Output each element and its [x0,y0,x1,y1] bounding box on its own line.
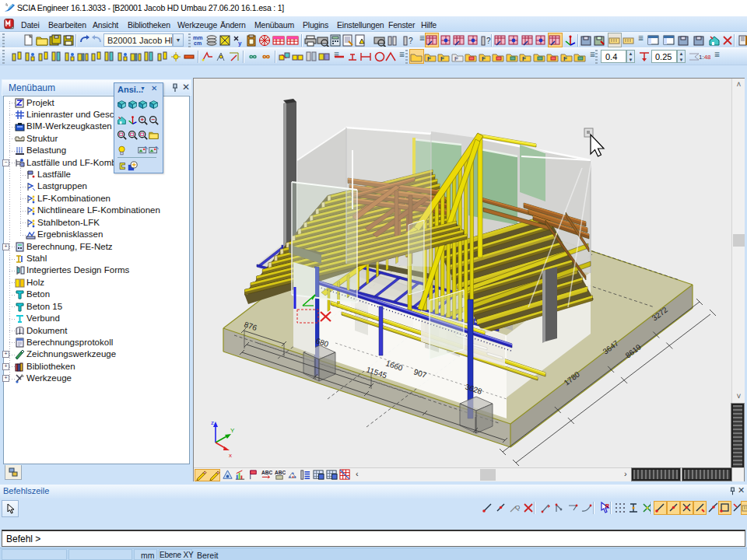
svg-text:F: F [440,55,444,62]
svg-text:1:48: 1:48 [699,54,710,61]
svg-text:F: F [454,55,458,62]
svg-text:?: ? [409,37,413,45]
svg-text:F: F [427,55,431,62]
svg-text:F: F [563,55,567,62]
svg-text:z: z [211,419,214,426]
svg-text:Q: Q [515,504,520,511]
svg-text:cm: cm [194,40,202,46]
svg-text:mm: mm [193,35,202,40]
svg-text:R: R [605,503,609,509]
svg-text:ABC: ABC [261,470,272,475]
svg-text:x: x [229,452,232,459]
svg-text:ABC: ABC [275,470,286,475]
svg-text:F: F [522,55,526,62]
svg-text:y: y [238,40,242,47]
svg-text:Y: Y [230,427,235,434]
svg-text:F: F [482,55,486,62]
